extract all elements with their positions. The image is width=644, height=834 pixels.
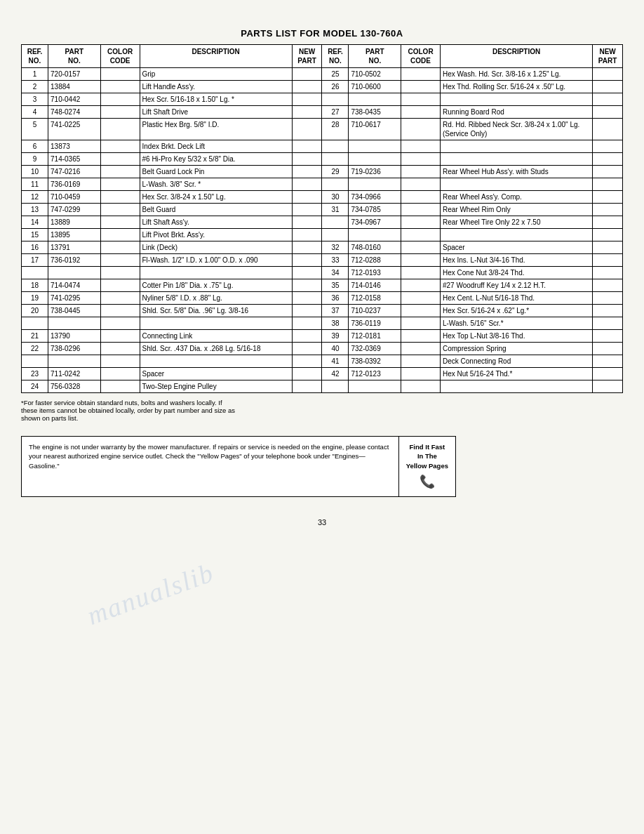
cell-part2: 710-0600	[349, 81, 401, 93]
cell-part: 714-0474	[48, 279, 101, 292]
cell-new2	[593, 355, 623, 368]
table-row: 13 747-0299 Belt Guard 31 734-0785 Rear …	[22, 204, 623, 216]
cell-ref2: 25	[322, 68, 349, 81]
table-row: 41 738-0392 Deck Connecting Rod	[22, 355, 623, 368]
cell-ref2	[322, 216, 349, 229]
cell-desc2: Hex Thd. Rolling Scr. 5/16-24 x .50" Lg.	[440, 81, 592, 93]
cell-new2	[593, 153, 623, 166]
cell-desc: Two-Step Engine Pulley	[140, 380, 292, 393]
cell-desc: Lift Shaft Ass'y.	[140, 216, 292, 229]
cell-part2: 734-0967	[349, 216, 401, 229]
cell-ref: 11	[22, 178, 48, 191]
cell-desc: Lift Handle Ass'y.	[140, 81, 292, 93]
col-header-new2: NEWPART	[593, 45, 623, 68]
cell-part2: 710-0617	[349, 119, 401, 140]
cell-ref: 10	[22, 166, 48, 178]
cell-desc	[140, 317, 292, 330]
col-header-color: COLORCODE	[100, 45, 140, 68]
cell-ref2: 35	[322, 279, 349, 292]
cell-color2	[401, 330, 441, 343]
cell-new	[292, 204, 322, 216]
col-header-ref2: REF.NO.	[322, 45, 349, 68]
cell-new2	[593, 191, 623, 204]
col-header-ref: REF.NO.	[22, 45, 48, 68]
cell-color2	[401, 119, 441, 140]
table-row: 38 736-0119 L-Wash. 5/16" Scr.*	[22, 317, 623, 330]
cell-desc2: Hex Wash. Hd. Scr. 3/8-16 x 1.25" Lg.	[440, 68, 592, 81]
cell-ref2: 40	[322, 343, 349, 355]
cell-part: 747-0216	[48, 166, 101, 178]
table-row: 23 711-0242 Spacer 42 712-0123 Hex Nut 5…	[22, 368, 623, 380]
cell-new	[292, 241, 322, 254]
col-header-part: PARTNO.	[48, 45, 101, 68]
cell-ref2	[322, 229, 349, 241]
cell-ref2: 42	[322, 368, 349, 380]
cell-color2	[401, 254, 441, 267]
cell-color2	[401, 279, 441, 292]
cell-part2: 732-0369	[349, 343, 401, 355]
cell-color	[100, 267, 140, 279]
cell-desc2	[440, 153, 592, 166]
cell-desc: Shld. Scr. 5/8" Dia. .96" Lg. 3/8-16	[140, 305, 292, 317]
cell-new2	[593, 119, 623, 140]
table-row: 24 756-0328 Two-Step Engine Pulley	[22, 380, 623, 393]
cell-new	[292, 292, 322, 305]
cell-new2	[593, 241, 623, 254]
cell-new	[292, 119, 322, 140]
cell-ref2	[322, 178, 349, 191]
cell-ref2: 28	[322, 119, 349, 140]
cell-desc: Spacer	[140, 368, 292, 380]
cell-new	[292, 93, 322, 106]
cell-new2	[593, 343, 623, 355]
cell-ref2: 27	[322, 106, 349, 119]
cell-new2	[593, 140, 623, 153]
cell-desc2: Rear Wheel Hub Ass'y. with Studs	[440, 166, 592, 178]
cell-new2	[593, 166, 623, 178]
cell-color	[100, 191, 140, 204]
cell-color	[100, 81, 140, 93]
col-header-desc: DESCRIPTION	[140, 45, 292, 68]
cell-color	[100, 93, 140, 106]
table-row: 34 712-0193 Hex Cone Nut 3/8-24 Thd.	[22, 267, 623, 279]
cell-new	[292, 68, 322, 81]
cell-color2	[401, 292, 441, 305]
cell-desc2: Hex Nut 5/16-24 Thd.*	[440, 368, 592, 380]
cell-new	[292, 254, 322, 267]
cell-new2	[593, 254, 623, 267]
cell-color2	[401, 106, 441, 119]
cell-desc: Link (Deck)	[140, 241, 292, 254]
col-header-color2: COLORCODE	[401, 45, 441, 68]
cell-part2	[349, 93, 401, 106]
cell-ref	[22, 355, 48, 368]
cell-desc: Lift Pivot Brkt. Ass'y.	[140, 229, 292, 241]
table-row: 2 13884 Lift Handle Ass'y. 26 710-0600 H…	[22, 81, 623, 93]
table-row: 11 736-0169 L-Wash. 3/8" Scr. *	[22, 178, 623, 191]
cell-desc: Hex Scr. 3/8-24 x 1.50" Lg.	[140, 191, 292, 204]
cell-ref: 9	[22, 153, 48, 166]
cell-part2	[349, 229, 401, 241]
cell-new	[292, 178, 322, 191]
cell-part: 13889	[48, 216, 101, 229]
cell-new	[292, 166, 322, 178]
cell-new2	[593, 229, 623, 241]
cell-part: 13884	[48, 81, 101, 93]
cell-color2	[401, 93, 441, 106]
cell-desc: Index Brkt. Deck Lift	[140, 140, 292, 153]
cell-part: 738-0296	[48, 343, 101, 355]
cell-ref2: 31	[322, 204, 349, 216]
cell-ref2: 26	[322, 81, 349, 93]
table-row: 19 741-0295 Nyliner 5/8" I.D. x .88" Lg.…	[22, 292, 623, 305]
cell-part2: 710-0237	[349, 305, 401, 317]
cell-ref2	[322, 153, 349, 166]
col-header-part2: PARTNO.	[349, 45, 401, 68]
cell-color	[100, 140, 140, 153]
cell-desc: Lift Shaft Drive	[140, 106, 292, 119]
cell-desc: Belt Guard	[140, 204, 292, 216]
cell-desc: Grip	[140, 68, 292, 81]
table-row: 10 747-0216 Belt Guard Lock Pin 29 719-0…	[22, 166, 623, 178]
cell-part2: 719-0236	[349, 166, 401, 178]
warranty-box: The engine is not under warranty by the …	[21, 436, 456, 497]
cell-color2	[401, 153, 441, 166]
cell-ref: 23	[22, 368, 48, 380]
cell-desc2: Hex Scr. 5/16-24 x .62" Lg.*	[440, 305, 592, 317]
